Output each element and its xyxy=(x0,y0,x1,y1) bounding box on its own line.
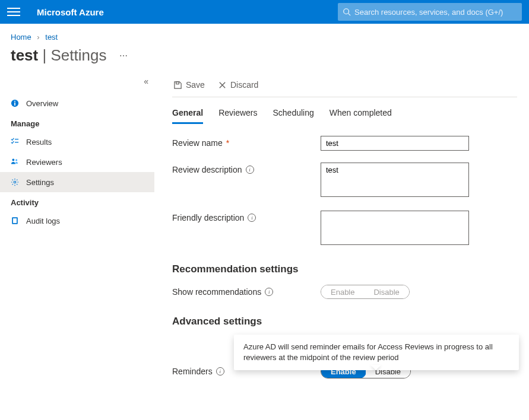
close-icon xyxy=(218,81,227,90)
show-recommendations-toggle: Enable Disable xyxy=(321,285,410,299)
people-icon xyxy=(11,158,20,166)
breadcrumb: Home › test xyxy=(0,24,529,46)
collapse-sidebar-icon[interactable]: « xyxy=(144,77,148,86)
page-title-suffix: | Settings xyxy=(38,46,106,65)
page-title: test | Settings ⋯ xyxy=(0,46,529,72)
brand-label: Microsoft Azure xyxy=(37,7,104,17)
review-description-input[interactable]: test xyxy=(321,163,469,197)
discard-label: Discard xyxy=(230,80,258,90)
required-asterisk: * xyxy=(226,138,229,148)
chevron-right-icon: › xyxy=(37,33,39,42)
breadcrumb-home[interactable]: Home xyxy=(11,33,31,42)
sidebar-heading-activity: Activity xyxy=(0,192,154,211)
enable-option: Enable xyxy=(321,285,364,298)
search-icon xyxy=(343,8,351,16)
sidebar-item-reviewers[interactable]: Reviewers xyxy=(0,152,154,172)
section-advanced-heading: Advanced settings xyxy=(172,316,517,327)
discard-button[interactable]: Discard xyxy=(217,78,259,92)
breadcrumb-current[interactable]: test xyxy=(45,33,58,42)
tooltip: Azure AD will send reminder emails for A… xyxy=(234,335,519,370)
tab-general[interactable]: General xyxy=(172,106,203,124)
svg-rect-3 xyxy=(14,103,15,106)
tab-reviewers[interactable]: Reviewers xyxy=(218,106,257,124)
info-icon[interactable]: i xyxy=(265,288,273,296)
review-description-label: Review description i xyxy=(172,163,321,174)
friendly-description-input[interactable] xyxy=(321,211,469,245)
sidebar-item-overview[interactable]: Overview xyxy=(0,93,154,113)
svg-point-4 xyxy=(14,101,15,102)
info-icon xyxy=(11,99,20,107)
svg-point-7 xyxy=(12,159,14,161)
tab-scheduling[interactable]: Scheduling xyxy=(273,106,314,124)
book-icon xyxy=(11,217,20,225)
list-check-icon xyxy=(11,138,20,146)
info-icon[interactable]: i xyxy=(216,367,224,376)
sidebar-heading-manage: Manage xyxy=(0,113,154,132)
tabs: General Reviewers Scheduling When comple… xyxy=(172,106,517,124)
search-input[interactable] xyxy=(351,8,517,17)
review-name-input[interactable] xyxy=(321,136,469,151)
hamburger-menu-icon[interactable] xyxy=(7,5,20,18)
save-button[interactable]: Save xyxy=(172,78,206,92)
sidebar-item-label: Results xyxy=(26,138,52,147)
friendly-description-label: Friendly description i xyxy=(172,211,321,222)
sidebar-item-results[interactable]: Results xyxy=(0,132,154,152)
command-bar: Save Discard xyxy=(172,78,517,97)
sidebar-item-settings[interactable]: Settings xyxy=(0,172,154,192)
svg-line-1 xyxy=(349,14,351,16)
top-app-bar: Microsoft Azure xyxy=(0,0,529,24)
info-icon[interactable]: i xyxy=(246,166,254,174)
disable-option: Disable xyxy=(364,285,408,298)
svg-rect-11 xyxy=(13,218,17,223)
review-name-label: Review name * xyxy=(172,136,321,148)
gear-icon xyxy=(11,178,20,186)
sidebar-item-label: Settings xyxy=(26,178,54,187)
global-search[interactable] xyxy=(338,3,522,21)
sidebar-item-label: Reviewers xyxy=(26,158,62,167)
more-actions-icon[interactable]: ⋯ xyxy=(119,51,128,61)
show-recommendations-label: Show recommendations i xyxy=(172,285,321,297)
save-icon xyxy=(173,81,182,90)
svg-point-0 xyxy=(344,9,349,14)
row-friendly-description: Friendly description i xyxy=(172,211,517,247)
save-label: Save xyxy=(186,80,205,90)
tooltip-text: Azure AD will send reminder emails for A… xyxy=(243,342,493,362)
sidebar: « Overview Manage Results Reviewers xyxy=(0,72,154,415)
row-review-name: Review name * xyxy=(172,136,517,151)
svg-point-9 xyxy=(14,181,16,183)
main-content: Save Discard General Reviewers Schedulin… xyxy=(154,72,529,415)
section-recommendation-heading: Recommendation settings xyxy=(172,263,517,275)
page-title-prefix: test xyxy=(11,46,38,65)
svg-point-8 xyxy=(15,159,17,161)
sidebar-item-label: Overview xyxy=(26,99,58,108)
svg-rect-12 xyxy=(176,81,179,84)
sidebar-item-label: Audit logs xyxy=(26,217,60,225)
info-icon[interactable]: i xyxy=(248,214,256,222)
sidebar-item-audit-logs[interactable]: Audit logs xyxy=(0,211,154,231)
tab-when-completed[interactable]: When completed xyxy=(330,106,392,124)
row-show-recommendations: Show recommendations i Enable Disable xyxy=(172,285,517,299)
row-review-description: Review description i test xyxy=(172,163,517,199)
